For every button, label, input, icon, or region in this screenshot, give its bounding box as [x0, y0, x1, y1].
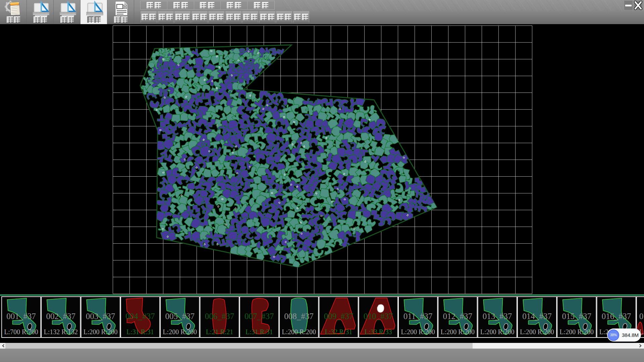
svg-text:L:200 R:200: L:200 R:200: [163, 328, 197, 336]
svg-text:012_#37: 012_#37: [443, 312, 473, 321]
svg-text:016_#37: 016_#37: [602, 312, 631, 321]
svg-text:L:200 R:200: L:200 R:200: [84, 328, 118, 336]
svg-text:L:200 R:200: L:200 R:200: [520, 328, 554, 336]
svg-text:011_#37: 011_#37: [404, 312, 433, 321]
svg-text:L:200 R:200: L:200 R:200: [282, 328, 316, 336]
svg-text:L:21 R:21: L:21 R:21: [206, 328, 233, 336]
svg-text:001_#37: 001_#37: [6, 312, 36, 321]
svg-text:015_#37: 015_#37: [562, 312, 591, 321]
svg-text:014_#37: 014_#37: [522, 312, 552, 321]
svg-text:L:33 R:33: L:33 R:33: [365, 328, 392, 336]
svg-text:003_#37: 003_#37: [86, 312, 115, 321]
svg-text:005_#37: 005_#37: [165, 312, 195, 321]
svg-text:017_#37: 017_#37: [639, 312, 644, 321]
svg-text:L:200 R:200: L:200 R:200: [559, 328, 594, 336]
svg-text:004_#37: 004_#37: [125, 312, 155, 321]
svg-text:L:31 R:31: L:31 R:31: [126, 328, 154, 336]
svg-text:002_#37: 002_#37: [46, 312, 76, 321]
svg-text:L:32 R:31: L:32 R:31: [325, 328, 353, 336]
svg-text:L:200 R:200: L:200 R:200: [480, 328, 515, 336]
svg-text:007_#37: 007_#37: [245, 312, 274, 321]
svg-text:010_#37: 010_#37: [364, 312, 393, 321]
svg-text:L:200 R:200: L:200 R:200: [440, 328, 475, 336]
svg-text:006_#37: 006_#37: [205, 312, 234, 321]
svg-text:L:700 R:700: L:700 R:700: [4, 328, 38, 336]
svg-text:L:200 R:200: L:200 R:200: [401, 328, 435, 336]
svg-text:L:132 R:132: L:132 R:132: [44, 328, 78, 336]
svg-text:L:31 R:31: L:31 R:31: [246, 328, 273, 336]
svg-text:013_#37: 013_#37: [483, 312, 512, 321]
svg-text:009_#37: 009_#37: [324, 312, 354, 321]
svg-text:008_#37: 008_#37: [284, 312, 314, 321]
